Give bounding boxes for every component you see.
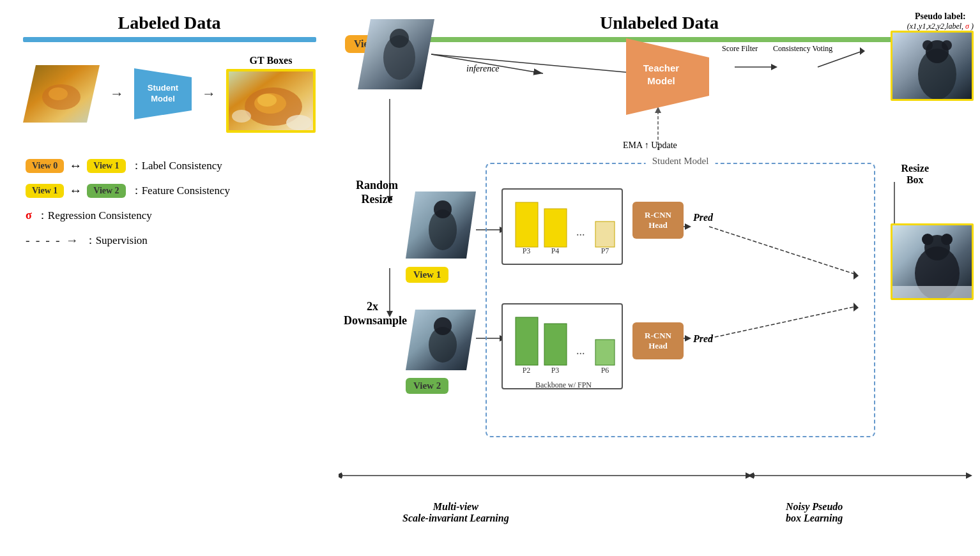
svg-point-63	[923, 40, 933, 50]
svg-text:...: ...	[576, 225, 585, 238]
svg-text:...: ...	[576, 344, 585, 357]
svg-marker-42	[339, 472, 342, 479]
bear-bottom-right	[891, 223, 974, 300]
downsample-label: 2x Downsample	[344, 300, 401, 327]
dashed-arrow-symbol: - - - - →	[26, 233, 80, 248]
cat-image-labeled	[23, 65, 100, 123]
bear-top-right	[891, 31, 974, 101]
pseudo-label-title: Pseudo label:	[907, 11, 974, 22]
score-filter-label: Score Filter	[722, 43, 758, 54]
left-blue-bar	[23, 37, 316, 42]
svg-text:P3: P3	[551, 366, 560, 375]
rcnn-head-2: R-CNN Head	[632, 322, 684, 359]
view2-badge-flow: View 2	[406, 378, 448, 394]
gt-boxes-title: GT Boxes	[250, 55, 293, 66]
resize-box-label: Resize Box	[901, 163, 929, 186]
svg-point-2	[49, 87, 68, 100]
view1-badge-legend: View 1	[87, 159, 125, 173]
svg-point-10	[286, 115, 312, 130]
view0-badge-legend: View 0	[26, 159, 64, 173]
svg-rect-76	[595, 222, 615, 247]
main-container: Labeled Data	[0, 0, 980, 556]
legend-section: View 0 ↔ View 1 ：Label Consistency View …	[6, 158, 332, 248]
svg-text:Student: Student	[148, 83, 179, 93]
svg-text:P6: P6	[601, 366, 609, 375]
arrow-to-student: →	[110, 86, 124, 102]
view2-badge-legend: View 2	[87, 184, 125, 198]
arrow-to-gt: →	[202, 86, 216, 102]
pseudo-coords: (x1,y1,x2,y2,label, σ )	[907, 22, 974, 31]
svg-point-9	[257, 94, 277, 107]
svg-text:P2: P2	[523, 366, 531, 375]
teacher-model: Teacher Model	[626, 38, 709, 117]
fpn-box-view1: P3 P4 ... P7	[501, 188, 623, 265]
svg-rect-73	[544, 209, 567, 247]
view0-bear-image	[358, 19, 434, 89]
right-title: Unlabeled Data	[345, 13, 974, 33]
consistency-voting-label: Consistency Voting	[773, 43, 832, 54]
svg-point-90	[941, 234, 953, 245]
sigma-symbol: σ	[26, 209, 32, 222]
svg-marker-48	[966, 472, 972, 479]
double-arrow-1: ↔	[69, 158, 82, 173]
svg-rect-91	[892, 286, 974, 300]
right-panel: Unlabeled Data	[339, 0, 980, 556]
svg-text:P7: P7	[601, 246, 609, 255]
view2-bear-image	[406, 310, 476, 370]
random-resize-label: Random Resize	[348, 179, 406, 206]
view1-bear-image	[406, 192, 476, 259]
svg-point-56	[390, 29, 409, 48]
multi-view-label: Multi-view Scale-invariant Learning	[402, 490, 509, 524]
student-model-dashed-label: Student Model	[646, 156, 716, 167]
svg-point-89	[922, 234, 933, 245]
gt-cat-image	[226, 69, 316, 133]
svg-line-13	[431, 54, 639, 73]
regression-consistency-text: ：Regression Consistency	[37, 208, 152, 223]
svg-text:Model: Model	[151, 94, 175, 103]
svg-rect-83	[595, 340, 615, 365]
svg-marker-18	[860, 47, 865, 55]
pseudo-sigma: σ	[965, 22, 969, 31]
svg-rect-78	[516, 317, 538, 365]
svg-text:P4: P4	[551, 246, 560, 255]
left-panel: Labeled Data	[0, 0, 339, 556]
pred-label-2: Pred	[693, 333, 713, 345]
svg-text:Model: Model	[647, 75, 675, 86]
ema-update-label: EMA ↑ Update	[623, 140, 677, 151]
view1-badge-flow: View 1	[406, 267, 448, 283]
legend-supervision: - - - - → ：Supervision	[26, 233, 332, 248]
svg-text:Teacher: Teacher	[643, 63, 680, 73]
svg-text:P3: P3	[523, 246, 531, 255]
legend-regression-consistency: σ ：Regression Consistency	[26, 208, 332, 223]
svg-point-70	[434, 317, 452, 335]
pred-label-1: Pred	[693, 212, 713, 223]
pseudo-label-box: Pseudo label: (x1,y1,x2,y2,label, σ )	[907, 11, 974, 31]
svg-point-64	[942, 40, 952, 50]
student-section: → Student Model → GT Boxes	[6, 55, 332, 133]
svg-rect-80	[544, 324, 567, 365]
svg-marker-47	[747, 472, 754, 479]
label-consistency-text: ：Label Consistency	[131, 158, 222, 173]
gt-boxes-section: GT Boxes	[226, 55, 316, 133]
svg-rect-71	[516, 202, 538, 247]
left-title: Labeled Data	[6, 13, 332, 33]
supervision-text: ：Supervision	[85, 233, 148, 248]
student-model-shape: Student Model	[134, 68, 192, 119]
rcnn-head-1: R-CNN Head	[632, 202, 684, 239]
legend-feature-consistency: View 1 ↔ View 2 ：Feature Consistency	[26, 183, 332, 198]
feature-consistency-text: ：Feature Consistency	[131, 183, 230, 198]
fpn-box-view2: P2 P3 ... P6 Backbone w/ FPN	[501, 303, 623, 389]
noisy-pseudo-label: Noisy Pseudo box Learning	[786, 490, 843, 524]
svg-point-11	[232, 110, 251, 123]
svg-point-67	[434, 200, 452, 218]
svg-marker-16	[771, 64, 777, 70]
svg-marker-43	[746, 472, 752, 479]
inference-label: inference	[466, 64, 500, 74]
svg-text:Backbone w/ FPN: Backbone w/ FPN	[535, 380, 592, 389]
double-arrow-2: ↔	[69, 183, 82, 198]
legend-label-consistency: View 0 ↔ View 1 ：Label Consistency	[26, 158, 332, 173]
view1-badge-legend2: View 1	[26, 184, 64, 198]
